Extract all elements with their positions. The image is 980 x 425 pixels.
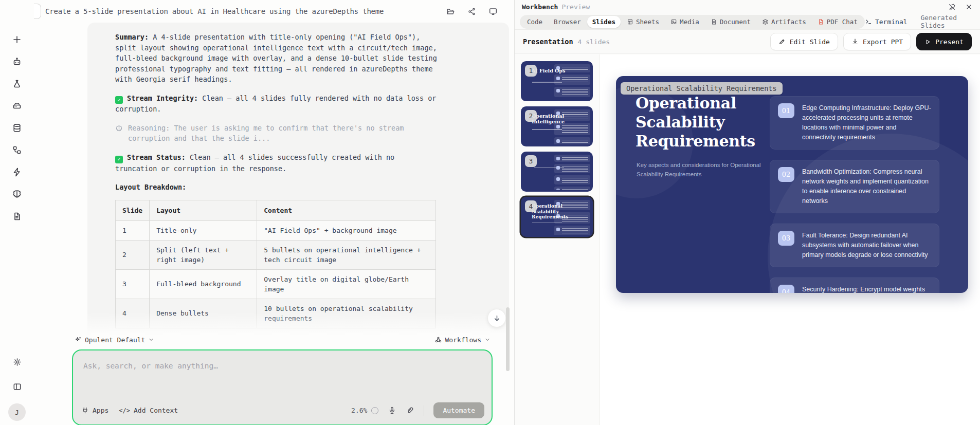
intelligence-button[interactable] (9, 187, 25, 202)
microphone-icon[interactable] (388, 406, 396, 415)
slide-subtitle: Key aspects and considerations for Opera… (637, 160, 765, 179)
presentation-toolbar: Presentation 4 slides Edit Slide Export … (515, 30, 980, 54)
thumbnail-title: Operational Intelligence (532, 113, 574, 124)
export-ppt-button[interactable]: Export PPT (843, 33, 911, 50)
chat-title: Create a 5-slide presentation about AI i… (45, 7, 446, 15)
tab-artifacts[interactable]: Artifacts (757, 16, 811, 27)
slide-thumbnail-2[interactable]: 2 Operational Intelligence (521, 106, 593, 146)
check-icon: ✓ (115, 156, 123, 163)
brain-icon (12, 189, 22, 199)
tab-slides[interactable]: Slides (587, 16, 621, 28)
divider (424, 405, 424, 416)
collapsed-panel-handle[interactable] (34, 4, 41, 19)
document-icon (711, 19, 717, 25)
reasoning-text: Reasoning: The user is asking me to conf… (128, 123, 424, 144)
usage-percent: 2.6% (351, 406, 367, 414)
reasoning-block[interactable]: Reasoning: The user is asking me to conf… (115, 123, 424, 144)
workflows-nav-button[interactable] (9, 142, 25, 158)
bullet-card-4: 04 Security Hardening: Encrypt model wei… (770, 278, 939, 293)
thumbnail-title: AI Field Ops (532, 68, 574, 73)
tab-pdf-chat[interactable]: PDF Chat (812, 16, 863, 27)
slide-thumbnail-4[interactable]: 4 Operational Scalability Requirements (521, 197, 593, 237)
slide-bullet-list: 01 Edge Computing Infrastructure: Deploy… (770, 96, 939, 293)
user-avatar[interactable]: J (8, 403, 26, 421)
layout-breakdown-label: Layout Breakdown: (115, 182, 488, 193)
bullet-text: Fault Tolerance: Design redundant AI sub… (802, 231, 931, 260)
slide-title: Operational Scalability Requirements (636, 94, 774, 151)
tab-sheets[interactable]: Sheets (622, 16, 664, 27)
bullet-card-1: 01 Edge Computing Infrastructure: Deploy… (770, 96, 939, 150)
bullet-number: 01 (778, 103, 794, 118)
bullet-number: 04 (778, 285, 794, 293)
layout-breakdown-table: Slide Layout Content 1Title-only"AI Fiel… (115, 200, 436, 328)
bullet-text: Security Hardening: Encrypt model weight… (802, 285, 931, 293)
terminal-button[interactable]: Terminal (865, 18, 908, 26)
unpin-icon[interactable] (948, 3, 956, 11)
servers-button[interactable] (9, 98, 25, 114)
panel-left-icon (12, 382, 22, 392)
open-folder-icon[interactable] (446, 7, 455, 16)
tab-browser[interactable]: Browser (549, 16, 586, 27)
tab-media[interactable]: Media (665, 16, 704, 27)
chat-scrollbar[interactable] (506, 307, 510, 371)
pdf-icon (818, 19, 824, 25)
slide-preview-area: Operational Scalability Requirements Ope… (600, 54, 980, 425)
tab-code[interactable]: Code (522, 16, 548, 27)
tab-document[interactable]: Document (705, 16, 756, 27)
robot-icon (12, 57, 22, 67)
col-header-content: Content (257, 200, 436, 220)
workflows-label: Workflows (445, 336, 481, 344)
slide-thumbnail-3[interactable]: 3 (521, 152, 593, 192)
automate-button[interactable]: Automate (433, 402, 484, 418)
spreadsheet-icon (627, 19, 633, 25)
hard-drive-icon (12, 101, 22, 111)
settings-button[interactable] (9, 354, 25, 369)
col-header-slide: Slide (116, 200, 150, 220)
present-button[interactable]: Present (916, 33, 972, 50)
chat-panel: Create a 5-slide presentation about AI i… (34, 0, 514, 425)
close-icon[interactable] (965, 3, 973, 11)
monitor-icon[interactable] (488, 7, 498, 16)
chat-header: Create a 5-slide presentation about AI i… (34, 0, 514, 23)
documents-button[interactable] (9, 209, 25, 224)
gear-icon (12, 357, 22, 367)
slide-thumbnail-1[interactable]: 1 AI Field Ops (521, 61, 593, 101)
generated-slides-label[interactable]: Generated Slides (921, 14, 971, 29)
workbench-header: Workbench Preview (515, 0, 980, 14)
table-row: 1Title-only"AI Field Ops" + background i… (116, 220, 436, 240)
workflow-nodes-icon (434, 336, 442, 344)
edit-slide-button[interactable]: Edit Slide (770, 33, 838, 50)
slide-number-badge: 2 (525, 110, 537, 122)
apps-button[interactable]: Apps (81, 406, 108, 414)
usage-indicator: 2.6% (351, 406, 378, 414)
zap-icon (12, 167, 22, 177)
chat-input-box[interactable]: Apps </> Add Context 2.6% Automate (72, 349, 493, 425)
chevron-down-icon (484, 337, 491, 343)
assistant-message: Summary: A 4-slide presentation with tit… (87, 23, 509, 339)
presentation-title: Presentation (523, 38, 573, 46)
model-selector[interactable]: Opulent Default (74, 336, 154, 344)
automations-button[interactable] (9, 164, 25, 180)
download-icon (851, 38, 859, 45)
bullet-text: Bandwidth Optimization: Compress neural … (802, 167, 931, 206)
labs-button[interactable] (9, 76, 25, 91)
col-header-layout: Layout (150, 200, 257, 220)
sidebar-toggle-button[interactable] (9, 379, 25, 394)
bullet-card-3: 03 Fault Tolerance: Design redundant AI … (770, 224, 939, 267)
share-icon[interactable] (467, 7, 476, 16)
add-context-button[interactable]: </> Add Context (119, 406, 178, 414)
new-chat-button[interactable] (9, 32, 25, 47)
slide-title-chip: Operational Scalability Requirements (621, 82, 783, 95)
workflows-selector[interactable]: Workflows (434, 336, 491, 344)
workflow-icon (12, 145, 22, 155)
workbench-tabs: Code Browser Slides Sheets Media Documen… (515, 14, 980, 30)
status-label: Stream Status: (127, 153, 186, 161)
chat-input[interactable] (83, 362, 482, 393)
data-button[interactable] (9, 120, 25, 136)
agents-button[interactable] (9, 54, 25, 69)
pencil-icon (778, 38, 786, 45)
slide-count: 4 slides (578, 38, 770, 46)
scroll-to-bottom-button[interactable] (487, 309, 506, 327)
slide-canvas: Operational Scalability Requirements Key… (616, 76, 968, 293)
attachment-icon[interactable] (406, 406, 414, 415)
